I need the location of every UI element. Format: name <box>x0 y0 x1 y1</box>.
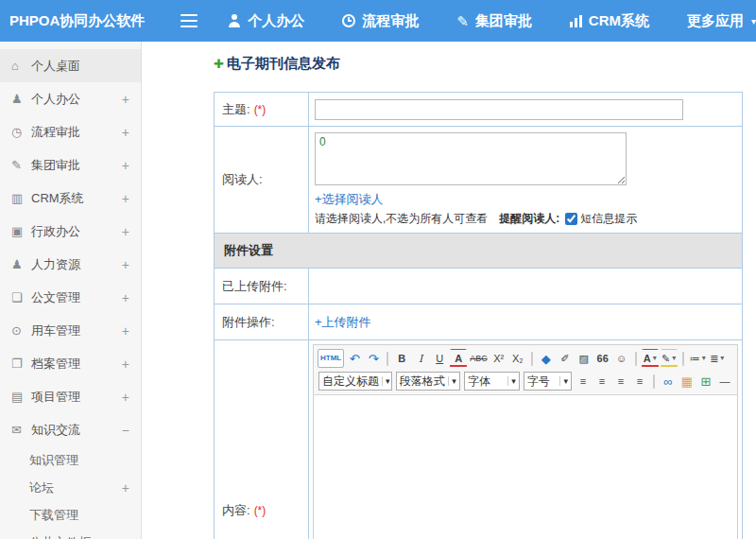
expander-icon[interactable]: + <box>118 158 129 173</box>
sidebar-item-vehicle-mgmt[interactable]: ⊙ 用车管理 + <box>0 314 141 347</box>
font-attr-button[interactable]: A <box>450 349 467 368</box>
highlight-color-button[interactable]: ✎ <box>661 349 678 368</box>
readers-textarea[interactable]: 0 <box>315 132 627 185</box>
sidebar-item-archive-mgmt[interactable]: ❐ 档案管理 + <box>0 347 141 380</box>
sidebar-item-label: 个人桌面 <box>31 58 118 75</box>
required-mark: (*) <box>254 504 266 517</box>
ordered-list-button[interactable]: ≔ <box>689 349 707 368</box>
format-painter-button[interactable]: ✐ <box>557 349 574 368</box>
sidebar-item-group-approval[interactable]: ✎ 集团审批 + <box>0 148 141 182</box>
blockquote-button[interactable]: 66 <box>594 349 611 368</box>
editor-format-select[interactable]: 字体 ▾ <box>464 372 520 391</box>
insert-table-button[interactable]: ⊞ <box>697 372 714 391</box>
expander-icon[interactable]: + <box>118 480 129 496</box>
superscript-button[interactable]: X² <box>490 349 507 368</box>
expander-icon[interactable]: + <box>118 257 129 272</box>
nav-crm-system[interactable]: CRM系统 <box>570 12 649 30</box>
nav-workflow-approval[interactable]: 流程审批 <box>342 12 419 30</box>
sidebar-item-workflow-approval[interactable]: ◷ 流程审批 + <box>0 115 141 148</box>
edit-icon: ✎ <box>456 14 469 28</box>
strikethrough-button[interactable]: ABC <box>469 349 489 368</box>
expander-icon[interactable]: + <box>118 125 129 140</box>
sidebar-subitem-label: 知识管理 <box>29 452 118 469</box>
sidebar-item-admin-office[interactable]: ▣ 行政办公 + <box>0 215 141 248</box>
caret-down-icon: ▾ <box>507 376 516 386</box>
align-justify-button[interactable]: ≡ <box>631 372 648 391</box>
page-title: ✚ 电子期刊信息发布 <box>214 55 748 73</box>
separator[interactable] <box>387 352 388 366</box>
page-title-text: 电子期刊信息发布 <box>227 55 340 73</box>
nav-personal-office[interactable]: 个人办公 <box>228 12 304 30</box>
sidebar-subitem-forum[interactable]: 论坛 + <box>0 474 141 501</box>
expander-icon[interactable]: + <box>118 290 129 305</box>
font-color-button[interactable]: A <box>642 349 659 368</box>
remove-format-button[interactable]: ◆ <box>538 349 555 368</box>
expander-icon[interactable]: + <box>118 323 129 339</box>
editor-format-select[interactable]: 自定义标题 ▾ <box>318 372 392 391</box>
subject-input[interactable] <box>315 99 683 120</box>
fill-color-button[interactable]: ▨ <box>576 349 593 368</box>
align-center-button[interactable]: ≡ <box>593 372 610 391</box>
source-code-button[interactable]: HTML <box>318 349 344 368</box>
upload-attachment-link[interactable]: +上传附件 <box>315 314 371 331</box>
sidebar-item-label: 人力资源 <box>31 256 118 273</box>
align-left-button[interactable]: ≡ <box>575 372 592 391</box>
editor-toolbar: HTML ↶ ↷ B I <box>314 345 737 395</box>
sidebar-item-icon: ▣ <box>11 225 31 237</box>
expander-icon[interactable]: + <box>118 390 129 405</box>
sidebar-item-document-mgmt[interactable]: ❏ 公文管理 + <box>0 281 141 314</box>
attachment-section-header: 附件设置 <box>215 234 742 268</box>
sidebar-subitem-knowledge-mgmt[interactable]: 知识管理 <box>0 446 141 474</box>
underline-button[interactable]: U <box>431 349 448 368</box>
caret-down-icon: ▾ <box>382 376 390 386</box>
select-readers-link[interactable]: +选择阅读人 <box>315 191 384 208</box>
unordered-list-button[interactable]: ≣ <box>709 349 726 368</box>
insert-link-button[interactable]: ∞ <box>660 372 677 391</box>
nav-more-apps[interactable]: 更多应用 ▾ <box>687 12 756 30</box>
caret-down-icon: ▾ <box>559 376 568 386</box>
sms-notify-checkbox[interactable] <box>565 213 577 225</box>
separator[interactable] <box>653 374 655 389</box>
sidebar-item-personal-desktop[interactable]: ⌂ 个人桌面 <box>0 49 141 82</box>
sidebar-item-personal-office[interactable]: ♟ 个人办公 + <box>0 82 141 115</box>
uploaded-attachments-value <box>309 269 742 304</box>
separator[interactable] <box>635 352 637 366</box>
sidebar-item-icon: ▥ <box>11 192 31 204</box>
align-right-button[interactable]: ≡ <box>612 372 629 391</box>
separator[interactable] <box>531 352 533 366</box>
separator[interactable] <box>682 352 684 366</box>
sidebar-subitem-label: 下载管理 <box>29 507 118 524</box>
sidebar-item-hr[interactable]: ♟ 人力资源 + <box>0 248 141 281</box>
editor-format-select[interactable]: 字号 ▾ <box>524 372 572 391</box>
sidebar-item-project-mgmt[interactable]: ▤ 项目管理 + <box>0 380 141 413</box>
sidebar-subitem-download-mgmt[interactable]: 下载管理 <box>0 501 141 529</box>
user-icon <box>228 14 241 27</box>
redo-button[interactable]: ↷ <box>365 349 382 368</box>
expander-icon[interactable]: − <box>118 423 129 438</box>
sidebar-item-knowledge-exchange[interactable]: ✉ 知识交流 − <box>0 413 141 446</box>
insert-image-button[interactable]: ▦ <box>679 372 696 391</box>
emoticon-button[interactable]: ☺ <box>613 349 630 368</box>
expander-icon[interactable]: + <box>118 224 129 239</box>
bold-button[interactable]: B <box>393 349 410 368</box>
editor-content-area[interactable] <box>314 395 737 539</box>
nav-label: 流程审批 <box>362 12 419 30</box>
expander-icon[interactable]: + <box>118 92 129 107</box>
sidebar-subitem-public-file-cabinet[interactable]: 公共文件柜 <box>0 529 141 539</box>
menu-icon[interactable] <box>180 10 198 31</box>
nav-group-approval[interactable]: ✎ 集团审批 <box>456 12 532 30</box>
select-label: 字号 <box>527 374 550 390</box>
horizontal-rule-button[interactable]: — <box>716 372 733 391</box>
content-label: 内容: <box>222 502 250 519</box>
expander-icon[interactable]: + <box>118 191 129 206</box>
undo-button[interactable]: ↶ <box>346 349 363 368</box>
editor-format-select[interactable]: 段落格式 ▾ <box>396 372 460 391</box>
clock-icon <box>342 14 355 27</box>
sidebar-item-crm-system[interactable]: ▥ CRM系统 + <box>0 182 141 215</box>
italic-button[interactable]: I <box>412 349 429 368</box>
expander-icon[interactable]: + <box>118 356 129 372</box>
nav-label: 更多应用 <box>687 12 744 30</box>
app-logo[interactable]: PHPOA协同办公软件 <box>0 12 175 30</box>
subscript-button[interactable]: X₂ <box>509 349 526 368</box>
sidebar-item-icon: ♟ <box>11 258 31 270</box>
